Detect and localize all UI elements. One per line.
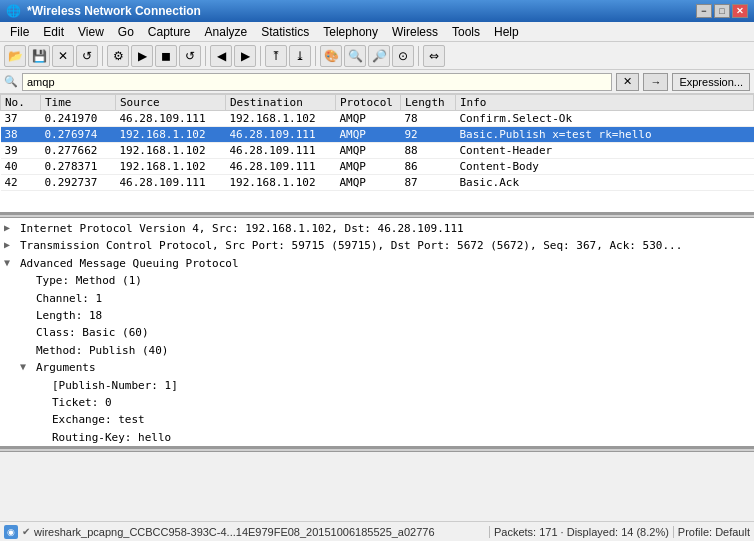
detail-tree-item[interactable]: Length: 18: [0, 307, 754, 324]
cell-source: 46.28.109.111: [116, 111, 226, 127]
detail-text: Class: Basic (60): [36, 325, 750, 340]
cell-no: 39: [1, 143, 41, 159]
col-destination[interactable]: Destination: [226, 95, 336, 111]
col-protocol[interactable]: Protocol: [336, 95, 401, 111]
minimize-button[interactable]: −: [696, 4, 712, 18]
menu-item-telephony[interactable]: Telephony: [317, 24, 384, 40]
detail-tree-item[interactable]: Method: Publish (40): [0, 342, 754, 359]
close-button[interactable]: ✕: [732, 4, 748, 18]
tree-toggle-icon[interactable]: ▶: [4, 221, 18, 235]
menu-item-tools[interactable]: Tools: [446, 24, 486, 40]
status-divider-1: [489, 526, 490, 538]
filter-clear-button[interactable]: ✕: [616, 73, 639, 91]
status-packets: Packets: 171 · Displayed: 14 (8.2%): [494, 526, 669, 538]
tree-toggle-icon[interactable]: ▼: [4, 256, 18, 270]
cell-info: Content-Header: [456, 143, 754, 159]
capture-options-button[interactable]: ⚙: [107, 45, 129, 67]
save-button[interactable]: 💾: [28, 45, 50, 67]
col-no[interactable]: No.: [1, 95, 41, 111]
detail-tree-item[interactable]: Routing-Key: hello: [0, 429, 754, 446]
cell-info: Content-Body: [456, 159, 754, 175]
open-button[interactable]: 📂: [4, 45, 26, 67]
filter-input[interactable]: [22, 73, 612, 91]
filter-apply-button[interactable]: →: [643, 73, 668, 91]
menu-item-view[interactable]: View: [72, 24, 110, 40]
status-profile: Profile: Default: [678, 526, 750, 538]
menu-item-go[interactable]: Go: [112, 24, 140, 40]
resize-columns-button[interactable]: ⇔: [423, 45, 445, 67]
detail-tree-item[interactable]: [Publish-Number: 1]: [0, 377, 754, 394]
window-title: *Wireless Network Connection: [27, 4, 201, 18]
cell-protocol: AMQP: [336, 175, 401, 191]
detail-tree-item[interactable]: Ticket: 0: [0, 394, 754, 411]
detail-tree-item[interactable]: Exchange: test: [0, 411, 754, 428]
cell-destination: 46.28.109.111: [226, 159, 336, 175]
resize-handle-2[interactable]: [0, 448, 754, 452]
status-file: wireshark_pcapng_CCBCC958-393C-4...14E97…: [34, 526, 485, 538]
status-checkmark: ✔: [22, 526, 30, 537]
col-length[interactable]: Length: [401, 95, 456, 111]
close-capture-button[interactable]: ✕: [52, 45, 74, 67]
detail-text: Routing-Key: hello: [52, 430, 750, 445]
status-capture-icon: ◉: [4, 525, 18, 539]
menu-item-analyze[interactable]: Analyze: [199, 24, 254, 40]
detail-text: Length: 18: [36, 308, 750, 323]
main-content: No. Time Source Destination Protocol Len…: [0, 94, 754, 521]
table-row[interactable]: 380.276974192.168.1.10246.28.109.111AMQP…: [1, 127, 754, 143]
detail-tree-item[interactable]: Class: Basic (60): [0, 324, 754, 341]
colorize-button[interactable]: 🎨: [320, 45, 342, 67]
start-capture-button[interactable]: ▶: [131, 45, 153, 67]
tree-toggle-icon[interactable]: ▼: [20, 360, 34, 374]
zoom-reset-button[interactable]: ⊙: [392, 45, 414, 67]
reload-button[interactable]: ↺: [76, 45, 98, 67]
table-row[interactable]: 390.277662192.168.1.10246.28.109.111AMQP…: [1, 143, 754, 159]
cell-info: Confirm.Select-Ok: [456, 111, 754, 127]
menu-item-edit[interactable]: Edit: [37, 24, 70, 40]
detail-tree-item[interactable]: ▼Arguments: [0, 359, 754, 376]
cell-source: 192.168.1.102: [116, 127, 226, 143]
maximize-button[interactable]: □: [714, 4, 730, 18]
status-divider-2: [673, 526, 674, 538]
detail-pane[interactable]: ▶Internet Protocol Version 4, Src: 192.1…: [0, 218, 754, 448]
filter-expression-button[interactable]: Expression...: [672, 73, 750, 91]
detail-tree-item[interactable]: Channel: 1: [0, 290, 754, 307]
stop-capture-button[interactable]: ◼: [155, 45, 177, 67]
table-row[interactable]: 400.278371192.168.1.10246.28.109.111AMQP…: [1, 159, 754, 175]
detail-text: Arguments: [36, 360, 750, 375]
cell-time: 0.292737: [41, 175, 116, 191]
menu-item-file[interactable]: File: [4, 24, 35, 40]
cell-time: 0.278371: [41, 159, 116, 175]
detail-tree-item[interactable]: ▶Transmission Control Protocol, Src Port…: [0, 237, 754, 254]
col-time[interactable]: Time: [41, 95, 116, 111]
menu-item-statistics[interactable]: Statistics: [255, 24, 315, 40]
menu-item-wireless[interactable]: Wireless: [386, 24, 444, 40]
cell-protocol: AMQP: [336, 159, 401, 175]
packet-list[interactable]: No. Time Source Destination Protocol Len…: [0, 94, 754, 214]
menu-item-capture[interactable]: Capture: [142, 24, 197, 40]
scroll-to-top-button[interactable]: ⤒: [265, 45, 287, 67]
col-info[interactable]: Info: [456, 95, 754, 111]
zoom-out-button[interactable]: 🔎: [368, 45, 390, 67]
forward-button[interactable]: ▶: [234, 45, 256, 67]
detail-tree-item[interactable]: ▼Advanced Message Queuing Protocol: [0, 255, 754, 272]
restart-capture-button[interactable]: ↺: [179, 45, 201, 67]
cell-destination: 46.28.109.111: [226, 143, 336, 159]
col-source[interactable]: Source: [116, 95, 226, 111]
cell-protocol: AMQP: [336, 143, 401, 159]
table-row[interactable]: 370.24197046.28.109.111192.168.1.102AMQP…: [1, 111, 754, 127]
cell-time: 0.277662: [41, 143, 116, 159]
title-bar: 🌐 *Wireless Network Connection − □ ✕: [0, 0, 754, 22]
detail-text: [Publish-Number: 1]: [52, 378, 750, 393]
back-button[interactable]: ◀: [210, 45, 232, 67]
table-row[interactable]: 420.29273746.28.109.111192.168.1.102AMQP…: [1, 175, 754, 191]
menu-item-help[interactable]: Help: [488, 24, 525, 40]
status-bar: ◉ ✔ wireshark_pcapng_CCBCC958-393C-4...1…: [0, 521, 754, 541]
tree-toggle-icon[interactable]: ▶: [4, 238, 18, 252]
detail-tree-item[interactable]: Type: Method (1): [0, 272, 754, 289]
table-header-row: No. Time Source Destination Protocol Len…: [1, 95, 754, 111]
zoom-in-button[interactable]: 🔍: [344, 45, 366, 67]
scroll-to-bottom-button[interactable]: ⤓: [289, 45, 311, 67]
detail-tree-item[interactable]: ▶Internet Protocol Version 4, Src: 192.1…: [0, 220, 754, 237]
filter-bar: 🔍 ✕ → Expression...: [0, 70, 754, 94]
cell-length: 87: [401, 175, 456, 191]
